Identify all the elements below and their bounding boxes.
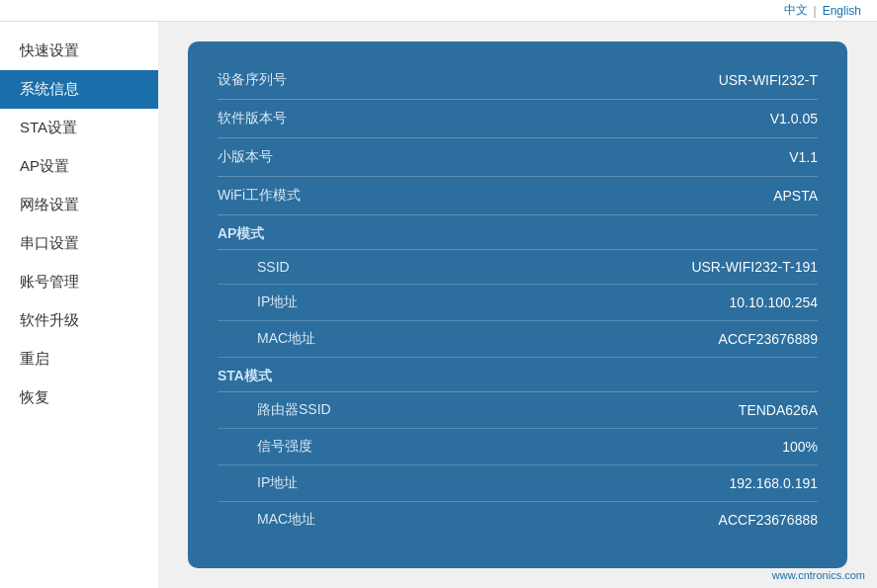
sidebar-item-restart[interactable]: 重启 xyxy=(0,340,158,378)
software-ver-label: 软件版本号 xyxy=(218,110,287,127)
ap-mode-section-header: AP模式 xyxy=(218,215,818,250)
content-area: 设备序列号 USR-WIFI232-T 软件版本号 V1.0.05 小版本号 V… xyxy=(158,22,877,588)
sta-router-ssid-row: 路由器SSID TENDA626A xyxy=(218,392,818,429)
top-bar: 中文 | English xyxy=(0,0,877,22)
sta-signal-label: 信号强度 xyxy=(257,438,312,456)
lang-cn-link[interactable]: 中文 xyxy=(784,2,808,19)
sta-mode-section-header: STA模式 xyxy=(218,358,818,392)
device-sn-label: 设备序列号 xyxy=(218,71,287,89)
wifi-mode-row: WiFi工作模式 APSTA xyxy=(218,177,818,215)
ap-ip-label: IP地址 xyxy=(257,294,298,311)
main-layout: 快速设置 系统信息 STA设置 AP设置 网络设置 串口设置 账号管理 软件升级… xyxy=(0,22,877,588)
sidebar-item-software-upgrade[interactable]: 软件升级 xyxy=(0,301,158,340)
device-sn-row: 设备序列号 USR-WIFI232-T xyxy=(218,61,818,100)
sta-mac-value: ACCF23676888 xyxy=(719,512,818,528)
ap-ip-value: 10.10.100.254 xyxy=(729,294,818,310)
sidebar-item-system-info[interactable]: 系统信息 xyxy=(0,70,158,109)
ap-ip-row: IP地址 10.10.100.254 xyxy=(218,285,818,321)
sidebar-item-ap-settings[interactable]: AP设置 xyxy=(0,147,158,186)
ap-ssid-row: SSID USR-WIFI232-T-191 xyxy=(218,250,818,285)
sidebar-item-account-management[interactable]: 账号管理 xyxy=(0,263,158,301)
wifi-mode-value: APSTA xyxy=(773,188,818,204)
sidebar: 快速设置 系统信息 STA设置 AP设置 网络设置 串口设置 账号管理 软件升级… xyxy=(0,22,158,588)
sidebar-item-serial-settings[interactable]: 串口设置 xyxy=(0,224,158,263)
sta-ip-value: 192.168.0.191 xyxy=(729,475,818,491)
sidebar-item-quick-setup[interactable]: 快速设置 xyxy=(0,32,158,70)
minor-ver-value: V1.1 xyxy=(789,149,818,165)
sidebar-item-network-settings[interactable]: 网络设置 xyxy=(0,186,158,224)
ap-ssid-label: SSID xyxy=(257,259,290,275)
ap-mac-label: MAC地址 xyxy=(257,330,315,348)
device-sn-value: USR-WIFI232-T xyxy=(719,72,818,88)
lang-separator: | xyxy=(814,4,817,18)
software-ver-value: V1.0.05 xyxy=(770,111,818,126)
sta-mac-label: MAC地址 xyxy=(257,511,315,529)
sta-ip-row: IP地址 192.168.0.191 xyxy=(218,465,818,502)
software-ver-row: 软件版本号 V1.0.05 xyxy=(218,100,818,138)
sta-signal-row: 信号强度 100% xyxy=(218,429,818,465)
info-card: 设备序列号 USR-WIFI232-T 软件版本号 V1.0.05 小版本号 V… xyxy=(188,42,847,568)
ap-ssid-value: USR-WIFI232-T-191 xyxy=(691,259,818,275)
minor-ver-label: 小版本号 xyxy=(218,148,273,166)
wifi-mode-label: WiFi工作模式 xyxy=(218,187,301,205)
sidebar-item-sta-settings[interactable]: STA设置 xyxy=(0,109,158,147)
sidebar-item-restore[interactable]: 恢复 xyxy=(0,378,158,417)
ap-mac-value: ACCF23676889 xyxy=(719,331,818,347)
minor-ver-row: 小版本号 V1.1 xyxy=(218,138,818,177)
sta-mac-row: MAC地址 ACCF23676888 xyxy=(218,502,818,538)
sta-signal-value: 100% xyxy=(782,439,818,455)
sta-router-ssid-label: 路由器SSID xyxy=(257,401,331,419)
watermark: www.cntronics.com xyxy=(768,568,869,582)
lang-en-link[interactable]: English xyxy=(823,4,861,18)
sta-ip-label: IP地址 xyxy=(257,474,298,492)
sta-router-ssid-value: TENDA626A xyxy=(739,402,818,418)
ap-mac-row: MAC地址 ACCF23676889 xyxy=(218,321,818,358)
